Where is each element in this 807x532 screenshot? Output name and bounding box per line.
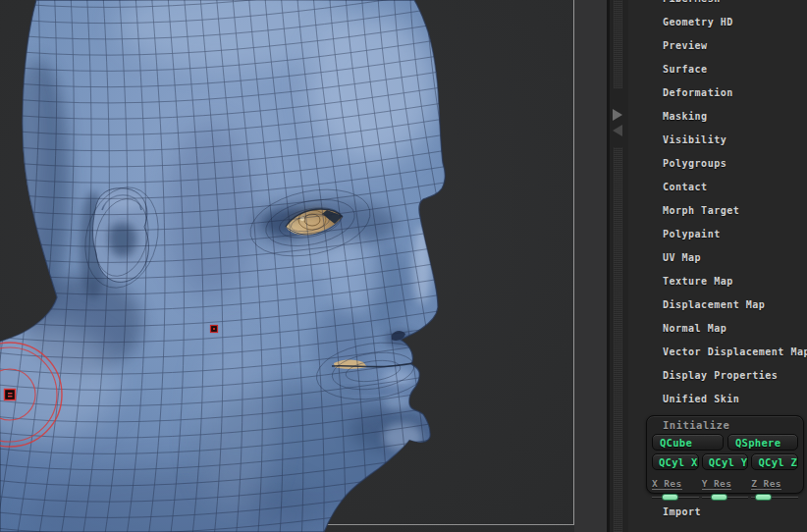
sidebar-item-import[interactable]: Import <box>628 501 807 524</box>
initialize-sliders: X ResY ResZ Res <box>647 472 803 501</box>
collapse-left-icon[interactable] <box>613 125 622 136</box>
z-res-slider[interactable]: Z Res <box>751 472 798 501</box>
initialize-buttons-row2: QCyl XQCyl YQCyl Z <box>647 453 803 470</box>
sidebar-item-unified-skin[interactable]: Unified Skin <box>628 388 807 411</box>
sidebar-item-texture-map[interactable]: Texture Map <box>628 270 807 293</box>
slider-label: Y Res <box>702 478 732 490</box>
sidebar-item-uv-map[interactable]: UV Map <box>628 246 807 270</box>
sidebar-item-vector-displacement-map[interactable]: Vector Displacement Map <box>628 341 807 364</box>
slider-handle[interactable] <box>755 494 772 501</box>
initialize-buttons-row1: QCubeQSphere <box>647 434 803 451</box>
sidebar-item-visibility[interactable]: Visibility <box>628 129 807 152</box>
slider-label: X Res <box>652 478 682 490</box>
slider-track[interactable] <box>702 494 749 501</box>
initialize-header[interactable]: Initialize <box>663 419 803 431</box>
qcyl-x-button[interactable]: QCyl X <box>652 453 699 470</box>
sidebar-item-geometry-hd[interactable]: Geometry HD <box>628 11 807 34</box>
point-marker[interactable] <box>211 326 218 333</box>
slider-label: Z Res <box>751 478 781 490</box>
sidebar-item-contact[interactable]: Contact <box>628 176 807 199</box>
tool-panel: FiberMeshGeometry HDPreviewSurfaceDeform… <box>628 0 807 532</box>
sidebar-item-morph-target[interactable]: Morph Target <box>628 199 807 223</box>
divider-line <box>607 0 610 532</box>
head-model <box>0 0 607 532</box>
qcyl-y-button[interactable]: QCyl Y <box>702 453 749 470</box>
sidebar-item-deformation[interactable]: Deformation <box>628 81 807 105</box>
import-section: Import <box>628 501 807 524</box>
slider-track[interactable] <box>652 494 699 501</box>
qsphere-button[interactable]: QSphere <box>727 434 798 451</box>
sculpt-viewport[interactable] <box>0 0 607 532</box>
initialize-panel: Initialize QCubeQSphere QCyl XQCyl YQCyl… <box>646 415 804 494</box>
sidebar-item-surface[interactable]: Surface <box>628 58 807 81</box>
qcube-button[interactable]: QCube <box>652 434 724 451</box>
panel-divider <box>607 0 628 532</box>
scroll-strip[interactable] <box>614 147 622 532</box>
sidebar-item-displacement-map[interactable]: Displacement Map <box>628 293 807 317</box>
slider-track[interactable] <box>751 494 798 501</box>
sidebar-item-preview[interactable]: Preview <box>628 34 807 58</box>
scroll-strip[interactable] <box>614 0 622 88</box>
slider-handle[interactable] <box>662 494 678 501</box>
zbrush-ui: { "viewport": { "description": "blue pol… <box>0 0 807 532</box>
y-res-slider[interactable]: Y Res <box>702 472 749 501</box>
sidebar-menu: FiberMeshGeometry HDPreviewSurfaceDeform… <box>628 0 807 411</box>
sidebar-item-fibermesh[interactable]: FiberMesh <box>628 0 807 11</box>
slider-handle[interactable] <box>711 494 727 501</box>
pivot-marker[interactable] <box>5 390 16 400</box>
sidebar-item-polypaint[interactable]: Polypaint <box>628 223 807 246</box>
x-res-slider[interactable]: X Res <box>652 472 699 501</box>
sidebar-item-normal-map[interactable]: Normal Map <box>628 317 807 341</box>
sidebar-item-polygroups[interactable]: Polygroups <box>628 152 807 176</box>
qcyl-z-button[interactable]: QCyl Z <box>751 453 798 470</box>
expand-right-icon[interactable] <box>613 109 622 121</box>
sidebar-item-display-properties[interactable]: Display Properties <box>628 364 807 388</box>
sidebar-item-masking[interactable]: Masking <box>628 105 807 129</box>
